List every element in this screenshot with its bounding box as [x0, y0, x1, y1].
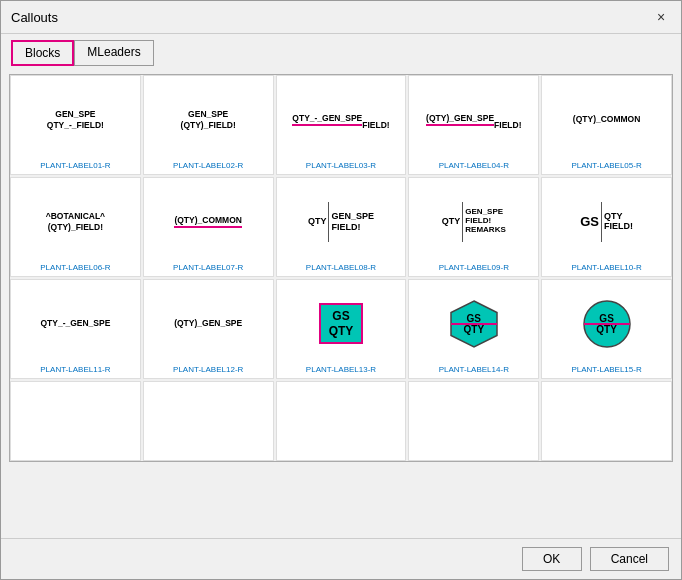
preview-08: QTY GEN_SPEFIELD!: [281, 184, 402, 259]
cell-plant-label14[interactable]: GSQTY PLANT-LABEL14-R: [408, 279, 539, 379]
cell-plant-label10[interactable]: GS QTYFIELD! PLANT-LABEL10-R: [541, 177, 672, 277]
cell-plant-label07[interactable]: (QTY)_COMMON PLANT-LABEL07-R: [143, 177, 274, 277]
preview-13: GSQTY: [281, 286, 402, 361]
label-11: PLANT-LABEL11-R: [40, 365, 110, 374]
label-07: PLANT-LABEL07-R: [173, 263, 243, 272]
preview-15: GSQTY: [546, 286, 667, 361]
label-03: PLANT-LABEL03-R: [306, 161, 376, 170]
preview-11: QTY_-_GEN_SPE: [15, 286, 136, 361]
preview-01: GEN_SPEQTY_-_FIELD!: [15, 82, 136, 157]
tab-mleaders[interactable]: MLeaders: [74, 40, 153, 66]
label-09: PLANT-LABEL09-R: [439, 263, 509, 272]
block-grid: GEN_SPEQTY_-_FIELD! PLANT-LABEL01-R GEN_…: [9, 74, 673, 462]
cell-plant-label01[interactable]: GEN_SPEQTY_-_FIELD! PLANT-LABEL01-R: [10, 75, 141, 175]
cell-plant-label06[interactable]: ^BOTANICAL^(QTY)_FIELD! PLANT-LABEL06-R: [10, 177, 141, 277]
cell-plant-label04[interactable]: (QTY)_GEN_SPEFIELD! PLANT-LABEL04-R: [408, 75, 539, 175]
cell-plant-label02[interactable]: GEN_SPE(QTY)_FIELD! PLANT-LABEL02-R: [143, 75, 274, 175]
tab-blocks[interactable]: Blocks: [11, 40, 74, 66]
dialog-title: Callouts: [11, 10, 58, 25]
cell-plant-label08[interactable]: QTY GEN_SPEFIELD! PLANT-LABEL08-R: [276, 177, 407, 277]
cell-plant-label09[interactable]: QTY GEN_SPEFIELD!REMARKS PLANT-LABEL09-R: [408, 177, 539, 277]
label-13: PLANT-LABEL13-R: [306, 365, 376, 374]
cell-empty-18[interactable]: [276, 381, 407, 461]
cell-empty-20[interactable]: [541, 381, 672, 461]
preview-03: QTY_-_GEN_SPEFIELD!: [281, 82, 402, 157]
cancel-button[interactable]: Cancel: [590, 547, 669, 571]
callouts-dialog: Callouts × Blocks MLeaders GEN_SPEQTY_-_…: [0, 0, 682, 580]
label-14: PLANT-LABEL14-R: [439, 365, 509, 374]
cell-empty-16[interactable]: [10, 381, 141, 461]
cell-plant-label15[interactable]: GSQTY PLANT-LABEL15-R: [541, 279, 672, 379]
cell-plant-label05[interactable]: (QTY)_COMMON PLANT-LABEL05-R: [541, 75, 672, 175]
cell-empty-17[interactable]: [143, 381, 274, 461]
label-12: PLANT-LABEL12-R: [173, 365, 243, 374]
label-02: PLANT-LABEL02-R: [173, 161, 243, 170]
content-area: GEN_SPEQTY_-_FIELD! PLANT-LABEL01-R GEN_…: [1, 66, 681, 538]
preview-10: GS QTYFIELD!: [546, 184, 667, 259]
preview-02: GEN_SPE(QTY)_FIELD!: [148, 82, 269, 157]
label-08: PLANT-LABEL08-R: [306, 263, 376, 272]
preview-09: QTY GEN_SPEFIELD!REMARKS: [413, 184, 534, 259]
tab-strip: Blocks MLeaders: [1, 34, 681, 66]
preview-05: (QTY)_COMMON: [546, 82, 667, 157]
footer: OK Cancel: [1, 538, 681, 579]
ok-button[interactable]: OK: [522, 547, 582, 571]
title-bar: Callouts ×: [1, 1, 681, 34]
close-button[interactable]: ×: [651, 7, 671, 27]
label-15: PLANT-LABEL15-R: [571, 365, 641, 374]
cell-plant-label11[interactable]: QTY_-_GEN_SPE PLANT-LABEL11-R: [10, 279, 141, 379]
cell-plant-label03[interactable]: QTY_-_GEN_SPEFIELD! PLANT-LABEL03-R: [276, 75, 407, 175]
label-01: PLANT-LABEL01-R: [40, 161, 110, 170]
cell-empty-19[interactable]: [408, 381, 539, 461]
preview-14: GSQTY: [413, 286, 534, 361]
label-10: PLANT-LABEL10-R: [571, 263, 641, 272]
cell-plant-label12[interactable]: (QTY)_GEN_SPE PLANT-LABEL12-R: [143, 279, 274, 379]
preview-04: (QTY)_GEN_SPEFIELD!: [413, 82, 534, 157]
cell-plant-label13[interactable]: GSQTY PLANT-LABEL13-R: [276, 279, 407, 379]
preview-07: (QTY)_COMMON: [148, 184, 269, 259]
preview-06: ^BOTANICAL^(QTY)_FIELD!: [15, 184, 136, 259]
preview-12: (QTY)_GEN_SPE: [148, 286, 269, 361]
label-04: PLANT-LABEL04-R: [439, 161, 509, 170]
label-06: PLANT-LABEL06-R: [40, 263, 110, 272]
label-05: PLANT-LABEL05-R: [571, 161, 641, 170]
